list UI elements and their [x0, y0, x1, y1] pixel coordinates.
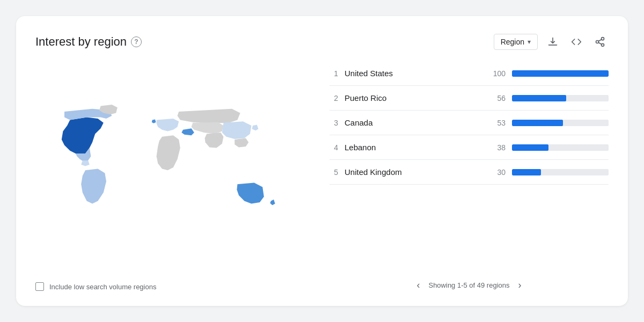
rank-label: 5: [330, 168, 338, 177]
list-items-container: 1 United States 100 2 Puerto Rico 56 3 C…: [330, 61, 609, 271]
header-left: Interest by region ?: [35, 35, 142, 49]
score-value: 30: [486, 168, 506, 177]
bar-fill: [512, 144, 548, 151]
australia-region: [237, 183, 264, 204]
header-right: Region ▾: [494, 33, 609, 50]
page-title: Interest by region: [35, 35, 127, 49]
rank-label: 2: [330, 94, 338, 103]
country-name: United States: [345, 69, 480, 78]
share-icon: [595, 36, 605, 47]
europe-region: [157, 119, 179, 131]
svg-line-4: [598, 39, 602, 41]
pagination-text: Showing 1-5 of 49 regions: [428, 281, 509, 289]
download-button[interactable]: [544, 33, 561, 50]
main-content: Include low search volume regions 1 Unit…: [35, 61, 609, 291]
region-list: 1 United States 100 2 Puerto Rico 56 3 C…: [330, 61, 609, 291]
bar-fill: [512, 70, 609, 77]
china-region: [222, 121, 252, 139]
map-footer: Include low search volume regions: [35, 282, 317, 291]
bar-container: [512, 120, 609, 126]
map-section: Include low search volume regions: [35, 61, 317, 291]
usa-region: [62, 117, 104, 156]
rank-label: 4: [330, 143, 338, 152]
world-map-svg: [36, 98, 316, 237]
world-map: [35, 61, 317, 274]
se-asia-region: [235, 138, 248, 147]
list-item: 5 United Kingdom 30: [330, 160, 609, 185]
low-volume-checkbox[interactable]: [35, 282, 44, 291]
central-asia-region: [192, 122, 224, 134]
card-header: Interest by region ? Region ▾: [35, 33, 609, 50]
japan-region: [252, 125, 258, 130]
share-button[interactable]: [591, 33, 609, 50]
next-page-button[interactable]: ›: [518, 280, 522, 291]
interest-by-region-card: Interest by region ? Region ▾: [16, 16, 628, 306]
bar-fill: [512, 169, 541, 175]
bar-container: [512, 169, 609, 175]
bar-container: [512, 144, 609, 151]
country-name: Puerto Rico: [345, 93, 480, 103]
rank-label: 1: [330, 69, 338, 78]
list-footer: ‹ Showing 1-5 of 49 regions ›: [330, 271, 609, 291]
help-icon[interactable]: ?: [131, 36, 142, 47]
list-item: 4 Lebanon 38: [330, 135, 609, 160]
list-item: 1 United States 100: [330, 61, 609, 86]
uk-region: [152, 120, 156, 123]
svg-line-3: [598, 42, 602, 44]
score-value: 100: [486, 69, 506, 78]
bar-fill: [512, 120, 563, 126]
country-name: United Kingdom: [345, 167, 480, 177]
south-asia-region: [205, 133, 224, 148]
embed-button[interactable]: [568, 33, 585, 50]
bar-fill: [512, 95, 566, 101]
south-america-region: [81, 169, 106, 204]
chevron-down-icon: ▾: [528, 38, 531, 46]
africa-region: [157, 135, 180, 170]
score-value: 53: [486, 119, 506, 127]
bar-container: [512, 95, 609, 101]
country-name: Lebanon: [345, 143, 480, 152]
list-item: 2 Puerto Rico 56: [330, 86, 609, 111]
russia-region: [178, 109, 240, 123]
score-value: 56: [486, 94, 506, 103]
rank-label: 3: [330, 119, 338, 127]
region-dropdown[interactable]: Region ▾: [494, 34, 538, 50]
country-name: Canada: [345, 118, 480, 127]
prev-page-button[interactable]: ‹: [416, 280, 420, 291]
code-icon: [571, 36, 582, 47]
central-america-region: [81, 160, 90, 166]
download-icon: [547, 36, 558, 47]
nz-region: [270, 200, 275, 205]
score-value: 38: [486, 143, 506, 152]
bar-container: [512, 70, 609, 77]
list-item: 3 Canada 53: [330, 111, 609, 135]
middleeast-region: [181, 128, 194, 135]
low-volume-label: Include low search volume regions: [49, 283, 156, 291]
